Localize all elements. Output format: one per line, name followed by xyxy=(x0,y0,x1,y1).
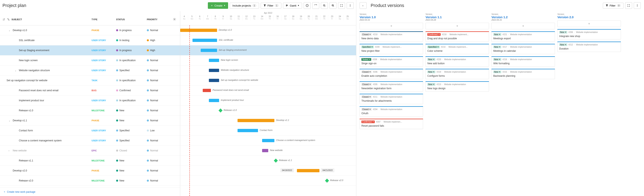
board-card[interactable]: Confirmed ▼ #207 · Website implemen... R… xyxy=(360,119,423,129)
back-button[interactable]: ← xyxy=(360,2,366,9)
board-card[interactable]: New ▼ #213 · Website implementation New … xyxy=(426,81,489,92)
status-tag[interactable]: New ▼ xyxy=(493,71,501,73)
add-card-button[interactable]: + xyxy=(426,23,489,29)
sort-icon[interactable] xyxy=(2,18,5,21)
status-tag[interactable]: New ▼ xyxy=(427,58,435,61)
status-tag[interactable]: Specified ▼ xyxy=(427,46,440,48)
table-row[interactable]: Develop v2.0 PHASE New Normal xyxy=(0,166,180,176)
board-card[interactable]: New ▼ #221 · Website implementation Meet… xyxy=(492,31,555,42)
board-card[interactable]: New ▼ #212 · Website implementation Dura… xyxy=(558,41,621,52)
create-button[interactable]: ＋ Create ▼ xyxy=(208,2,228,9)
zoom-out-button[interactable] xyxy=(321,2,328,9)
gantt-row[interactable]: Develop v1.1 xyxy=(180,116,356,126)
table-row[interactable]: Contact form USER STORY Specified Low xyxy=(0,126,180,136)
gantt-row[interactable]: Release v2.0 xyxy=(180,176,356,186)
status-tag[interactable]: Confirmed ▼ xyxy=(362,121,375,123)
table-row[interactable]: ⌄ Develop v1.0 PHASE In progress Normal xyxy=(0,25,180,35)
board-card[interactable]: New ▼ #216 · Website implementation Wiki… xyxy=(492,56,555,67)
board-card[interactable]: Specified ▼ #209 · Website implement... … xyxy=(360,44,423,54)
chevron-down-icon[interactable]: ⌄ xyxy=(8,120,12,122)
status-tag[interactable]: Closed ▼ xyxy=(362,83,372,86)
table-row[interactable]: Release v1.1 MILESTONE New Normal xyxy=(0,156,180,166)
gantt-row[interactable]: Release v1.0 xyxy=(180,106,356,116)
status-tag[interactable]: New ▼ xyxy=(559,43,567,46)
gantt-bar[interactable] xyxy=(238,129,258,132)
gantt-row[interactable]: Choose a content management system xyxy=(180,136,356,146)
info-button[interactable] xyxy=(304,2,311,9)
board-card[interactable]: New ▼ #215 · Website implementation Back… xyxy=(492,69,555,79)
table-row[interactable]: ⌄ Develop v1.1 PHASE New Normal xyxy=(0,116,180,126)
status-tag[interactable]: Confirmed ▼ xyxy=(427,33,441,36)
gantt-bar[interactable] xyxy=(203,89,211,92)
table-row[interactable]: Set-up Staging environment USER STORY In… xyxy=(0,45,180,55)
add-card-button[interactable]: + xyxy=(558,20,621,27)
table-row[interactable]: Release v2.0 MILESTONE New Normal xyxy=(0,176,180,186)
gantt-bar[interactable] xyxy=(209,59,219,62)
filter-button[interactable]: Filter 1 xyxy=(261,3,281,8)
status-tag[interactable]: Closed ▼ xyxy=(362,71,372,73)
table-row[interactable]: Choose a content management system USER … xyxy=(0,136,180,146)
table-row[interactable]: Set up navigation concept for website TA… xyxy=(0,75,180,86)
status-tag[interactable]: Closed ▼ xyxy=(362,33,372,36)
gantt-row[interactable]: Develop v2.004/18/202204/21/2022 xyxy=(180,166,356,176)
gantt-bar[interactable] xyxy=(201,49,217,52)
status-tag[interactable]: New ▼ xyxy=(427,83,435,86)
gantt-bar[interactable] xyxy=(209,99,219,102)
chevron-right-icon[interactable]: › xyxy=(8,150,12,152)
gantt-row[interactable]: Set-up Staging environment xyxy=(180,45,356,55)
board-card[interactable]: Confirmed ▼ #218 · Website implement... … xyxy=(426,31,489,42)
board-more-button[interactable] xyxy=(634,2,641,9)
gantt-row[interactable]: Implement product tour xyxy=(180,96,356,106)
board-card[interactable]: Closed ▼ #205 · Website implementation N… xyxy=(360,81,423,92)
table-row[interactable]: › New website EPIC Closed Normal xyxy=(0,146,180,156)
chevron-down-icon[interactable]: ⌄ xyxy=(15,69,18,72)
board-card[interactable]: Tested ▼ #208 · Website implementation S… xyxy=(360,56,423,67)
gantt-bar[interactable] xyxy=(262,139,274,142)
gantt-row[interactable]: Release v1.1 xyxy=(180,156,356,166)
gantt-row[interactable]: New login screen xyxy=(180,55,356,65)
table-row[interactable]: SSL certificate USER STORY In testing Hi… xyxy=(0,35,180,45)
board-card[interactable]: New ▼ #220 · Website implementation New … xyxy=(426,56,489,67)
view-selector[interactable]: Gantt ▼ xyxy=(283,3,302,8)
add-card-button[interactable]: + xyxy=(360,23,423,29)
board-card[interactable]: Closed ▼ #211 · Website implementation T… xyxy=(360,94,423,104)
status-tag[interactable]: Specified ▼ xyxy=(362,46,374,48)
status-tag[interactable]: Closed ▼ xyxy=(362,96,372,98)
table-row[interactable]: Implement product tour USER STORY In spe… xyxy=(0,96,180,106)
status-tag[interactable]: New ▼ xyxy=(493,33,501,36)
version-name[interactable]: Version 1.2 xyxy=(492,15,555,19)
status-tag[interactable]: New ▼ xyxy=(559,31,567,33)
gantt-bar[interactable] xyxy=(209,79,219,82)
board-card[interactable]: New ▼ #219 · Website implementation Conf… xyxy=(426,69,489,79)
milestone-icon[interactable] xyxy=(325,179,329,183)
status-tag[interactable]: New ▼ xyxy=(427,71,435,73)
version-name[interactable]: Version 1.0 xyxy=(360,15,423,19)
more-button[interactable] xyxy=(347,2,354,9)
gantt-row[interactable]: SSL certificate xyxy=(180,35,356,45)
gantt-bar[interactable] xyxy=(180,29,217,32)
create-work-package-link[interactable]: ＋ Create new work package xyxy=(0,188,180,196)
fullscreen-button[interactable] xyxy=(338,2,345,9)
include-projects-button[interactable]: Include projects 1 xyxy=(230,3,259,8)
table-row[interactable]: ⌄ Website navigation structure USER STOR… xyxy=(0,65,180,75)
board-fullscreen-button[interactable] xyxy=(625,2,632,9)
board-card[interactable]: New ▼ #206 · Website implementation Inte… xyxy=(558,29,621,39)
board-card[interactable]: New ▼ #217 · Website implementation Meet… xyxy=(492,44,555,54)
table-row[interactable]: Release v1.0 MILESTONE New Normal xyxy=(0,106,180,116)
status-tag[interactable]: Tested ▼ xyxy=(362,58,371,61)
gantt-bar[interactable] xyxy=(238,119,274,122)
board-card[interactable]: Specified ▼ #214 · Website implement... … xyxy=(426,44,489,54)
hierarchy-icon[interactable] xyxy=(7,18,10,21)
board-card[interactable]: Closed ▼ #210 · Website implementation N… xyxy=(360,31,423,42)
status-tag[interactable]: Closed ▼ xyxy=(362,108,372,111)
board-filter-button[interactable]: Filter 0 xyxy=(603,3,624,8)
table-row[interactable]: New login screen USER STORY In specifica… xyxy=(0,55,180,65)
gantt-bar[interactable] xyxy=(209,69,219,72)
table-row[interactable]: Password reset does not send email BUG C… xyxy=(0,86,180,96)
gantt-row[interactable]: New website xyxy=(180,146,356,156)
add-card-button[interactable]: + xyxy=(492,23,555,29)
zoom-in-button[interactable] xyxy=(330,2,336,9)
gear-icon[interactable] xyxy=(173,18,176,21)
gantt-row[interactable]: Contact form xyxy=(180,126,356,136)
milestone-icon[interactable] xyxy=(218,108,222,113)
